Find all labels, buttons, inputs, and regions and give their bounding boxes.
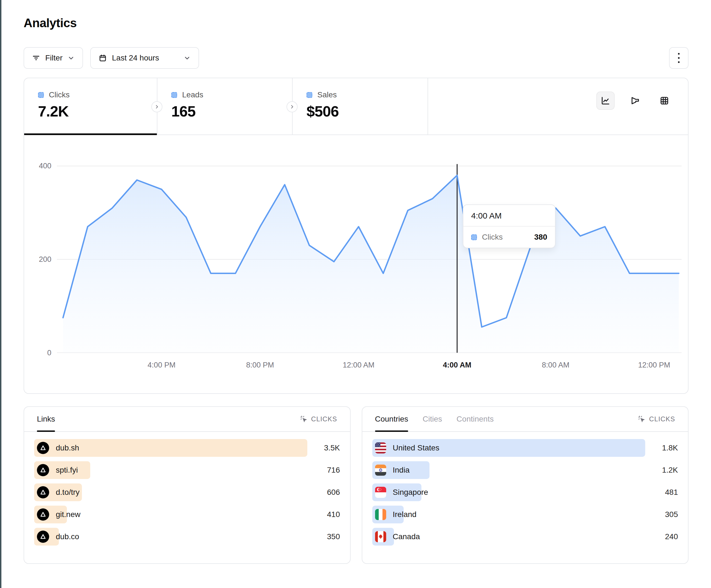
link-label: dub.sh [56,444,79,452]
analytics-page: Analytics Filter Last 24 hours [0,0,711,564]
chevron-down-icon [67,54,75,62]
tab-links[interactable]: Links [37,407,55,431]
expand-clicks-chevron[interactable] [151,101,163,112]
clicks-legend-swatch [38,92,44,98]
kebab-menu-icon [678,53,680,55]
dub-logo-icon [37,508,49,521]
filter-button[interactable]: Filter [24,47,83,69]
stat-label: Sales [317,90,337,99]
metric-label: CLICKS [311,415,337,423]
date-range-label: Last 24 hours [112,53,159,62]
link-label: spti.fyi [56,466,78,475]
link-clicks-value: 410 [307,510,340,519]
links-panel: Links CLICKS dub.sh 3.5K [24,406,351,564]
sales-legend-swatch [306,92,312,98]
table-view-button[interactable] [655,92,673,110]
chevron-right-icon [154,104,159,109]
filter-icon [32,54,40,62]
country-label: Canada [393,532,420,541]
svg-text:0: 0 [47,349,51,357]
link-clicks-value: 3.5K [307,444,340,452]
tab-label: Links [37,415,55,424]
svg-text:12:00 PM: 12:00 PM [638,361,670,369]
links-list: dub.sh 3.5K spti.fyi 716 d.to/try 606 [24,432,350,550]
tab-continents[interactable]: Continents [456,407,494,431]
country-label: Singapore [393,488,428,497]
svg-text:4:00 PM: 4:00 PM [148,361,176,369]
cursor-click-icon [300,415,308,423]
date-range-button[interactable]: Last 24 hours [90,47,199,69]
canada-flag-icon [375,531,386,542]
page-title: Analytics [24,16,689,30]
link-clicks-value: 606 [307,488,340,497]
link-row[interactable]: git.new 410 [34,506,340,523]
country-row[interactable]: India 1.2K [372,461,678,479]
country-row[interactable]: Canada 240 [372,528,678,546]
country-label: United States [393,444,439,452]
link-row[interactable]: dub.co 350 [34,528,340,546]
tooltip-value: 380 [534,233,547,242]
svg-text:12:00 AM: 12:00 AM [343,361,374,369]
filter-button-label: Filter [45,53,62,62]
svg-text:4:00 AM: 4:00 AM [443,361,471,369]
stat-label: Leads [182,90,203,99]
link-label: git.new [56,510,81,519]
country-row[interactable]: Singapore 481 [372,483,678,501]
link-label: d.to/try [56,488,80,497]
clicks-area-chart[interactable]: 02004004:00 PM8:00 PM12:00 AM4:00 AM8:00… [24,135,688,393]
links-panel-header: Links CLICKS [24,407,350,432]
countries-metric-toggle[interactable]: CLICKS [638,415,675,423]
link-clicks-value: 716 [307,466,340,475]
country-clicks-value: 305 [645,510,678,519]
dub-logo-icon [37,530,49,543]
india-flag-icon [375,465,386,476]
tab-countries[interactable]: Countries [375,407,408,431]
svg-text:200: 200 [39,255,51,264]
country-row[interactable]: Ireland 305 [372,506,678,523]
stat-value: $506 [306,103,428,120]
chevron-right-icon [289,104,295,109]
countries-list: United States 1.8K India 1.2K Singapore … [362,432,688,550]
tab-leads[interactable]: Leads 165 [157,78,292,135]
stat-label: Clicks [49,90,70,99]
tooltip-series-label: Clicks [482,233,503,242]
tooltip-time: 4:00 AM [464,205,555,227]
country-label: Ireland [393,510,417,519]
tab-clicks[interactable]: Clicks 7.2K [24,78,157,135]
country-clicks-value: 481 [645,488,678,497]
funnel-chart-icon [630,96,640,106]
more-options-button[interactable] [669,47,689,69]
toolbar: Filter Last 24 hours [24,47,689,69]
dub-logo-icon [37,464,49,476]
funnel-chart-view-button[interactable] [626,92,644,110]
calendar-icon [99,54,107,62]
metric-label: CLICKS [649,415,675,423]
analytics-chart-card: Clicks 7.2K Leads 165 Sales $506 [24,78,689,394]
tab-cities[interactable]: Cities [423,407,442,431]
table-icon [659,96,669,106]
link-label: dub.co [56,532,79,541]
cursor-click-icon [638,415,645,423]
link-clicks-value: 350 [307,532,340,541]
tab-label: Cities [423,415,442,424]
link-row[interactable]: spti.fyi 716 [34,461,340,479]
line-chart-icon [601,96,610,106]
tooltip-legend-swatch [471,234,477,240]
line-chart-view-button[interactable] [596,92,615,110]
chevron-down-icon [184,54,191,62]
country-clicks-value: 1.2K [645,466,678,475]
svg-text:8:00 PM: 8:00 PM [246,361,274,369]
link-row[interactable]: d.to/try 606 [34,483,340,501]
countries-panel: Countries Cities Continents CLICKS [362,406,689,564]
country-row[interactable]: United States 1.8K [372,439,678,457]
us-flag-icon [375,443,386,453]
expand-leads-chevron[interactable] [286,101,298,112]
chart-view-switcher [596,92,673,110]
chart-tooltip: 4:00 AM Clicks 380 [463,204,556,248]
links-metric-toggle[interactable]: CLICKS [300,415,337,423]
tab-label: Countries [375,415,408,424]
tab-sales[interactable]: Sales $506 [292,78,428,135]
svg-text:400: 400 [39,162,51,170]
link-row[interactable]: dub.sh 3.5K [34,439,340,457]
dub-logo-icon [37,442,49,454]
